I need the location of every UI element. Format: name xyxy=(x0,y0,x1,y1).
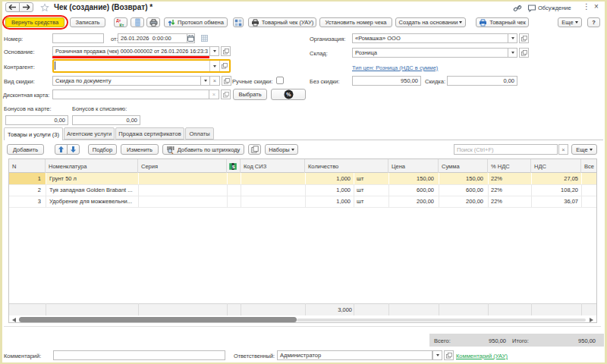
svg-text:s: s xyxy=(232,164,235,169)
svg-text:%: % xyxy=(286,92,291,97)
svg-text:Кт: Кт xyxy=(120,23,124,27)
